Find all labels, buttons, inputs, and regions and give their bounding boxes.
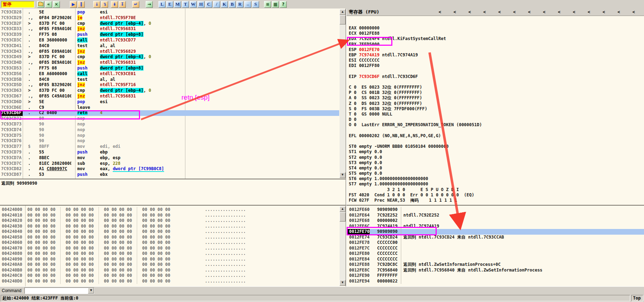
pane-collapse-chevron-icon[interactable]: < (498, 9, 501, 15)
dump-row[interactable]: 004240D000 00 00 0000 00 00 0000 00 00 0… (0, 279, 339, 284)
disasm-row[interactable]: 7C93CD79.55pushebp (0, 150, 339, 155)
disasm-row[interactable]: 7C93CD5B.84C0testal, al (0, 77, 339, 83)
dump-row[interactable]: 0042409000 00 00 0000 00 00 0000 00 00 0… (0, 257, 339, 262)
register-line[interactable]: EDX 7C92E4F4 ntdll.KiFastSystemCallRet (349, 36, 643, 41)
dump-scrollbar[interactable]: ▲ ▼ (340, 206, 346, 286)
callstack-window-button[interactable]: K (221, 1, 228, 8)
register-line[interactable]: ST6 empty 1.0000000000000000000 (349, 176, 643, 181)
appearance-button[interactable]: ▦ (272, 1, 279, 8)
cpu-window-button[interactable]: C (205, 1, 212, 8)
patches-window-button[interactable]: / (213, 1, 220, 8)
register-line[interactable]: FST 4020 Cond 1 0 0 0 Err 0 0 1 0 0 0 0 … (349, 192, 643, 198)
stack-row[interactable]: 0012FE8C7C956840返回到 ntdll.7C956840 来自 nt… (347, 268, 644, 273)
register-line[interactable]: D 0 (349, 117, 643, 122)
pane-collapse-chevron-icon[interactable]: < (617, 9, 620, 15)
register-line[interactable]: P 0 CS 001B 32位 0(FFFFFFFF) (349, 90, 643, 95)
stack-row[interactable]: 0012FE80CCCCCCCC (347, 251, 644, 257)
dump-row[interactable]: 004240C000 00 00 0000 00 00 0000 00 00 0… (0, 273, 339, 279)
disasm-row[interactable]: 7C93CD63>837D FC 00cmpdword ptr [ebp-4],… (0, 88, 339, 94)
dump-row[interactable]: 0042403000 00 00 0000 00 00 0000 00 00 0… (0, 224, 339, 229)
stack-row[interactable]: 0012FE6C7C974A19ntdll.7C974A19 (347, 224, 644, 229)
register-line[interactable]: A 0 SS 0023 32位 0(FFFFFFFF) (349, 95, 643, 101)
disasm-row[interactable]: 7C93CD5D.,0F85 B3290200jnzntdll.7C95F716 (0, 82, 339, 88)
register-line[interactable]: Z 0 DS 0023 32位 0(FFFFFFFF) (349, 101, 643, 106)
scroll-thumb[interactable] (340, 15, 346, 24)
register-line[interactable]: ST2 empty 0.0 (349, 155, 643, 160)
scroll-up-icon[interactable]: ▲ (340, 9, 346, 15)
register-line[interactable]: T 0 GS 0000 NULL (349, 112, 643, 117)
register-line[interactable]: ESI CCCCCCCC (349, 58, 643, 63)
stack-row[interactable]: 0012FE9400000022 (347, 279, 644, 284)
disasm-row[interactable]: 7C93CD67.,0F85 C49A0100jnzntdll.7C956831 (0, 94, 339, 99)
stack-row[interactable]: 0012FE7090909090 (347, 229, 644, 235)
pane-collapse-chevron-icon[interactable]: < (603, 9, 605, 15)
disasm-row[interactable]: 7C93CD7290nop (0, 116, 339, 122)
disassembly-scrollbar[interactable]: ▲ ▼ (340, 9, 346, 178)
command-combobox[interactable]: ▼ (24, 287, 94, 294)
stack-row[interactable]: 0012FE6800000002 (347, 218, 644, 224)
register-line[interactable]: EDI 0012FF80 (349, 63, 643, 68)
disasm-row[interactable]: 7C93CD7C.81EC 28020000subesp, 228 (0, 161, 339, 167)
register-line[interactable] (349, 79, 643, 85)
pause-button[interactable]: ‖ (78, 1, 85, 8)
disasm-row[interactable]: 7C93CD33.,0F85 F89A0100jnzntdll.7C956831 (0, 26, 339, 32)
pane-collapse-chevron-icon[interactable]: < (483, 9, 486, 15)
register-line[interactable]: EBP 7C974A19 ntdll.7C974A19 (349, 52, 643, 58)
stack-row[interactable]: 0012FE90FFFFFFFF (347, 273, 644, 279)
scroll-down-icon[interactable]: ▼ (340, 280, 346, 286)
scroll-down-icon[interactable]: ▼ (340, 172, 346, 178)
register-line[interactable] (349, 69, 643, 74)
register-line[interactable]: O 0 LastErr ERROR_NO_IMPERSONATION_TOKEN… (349, 122, 643, 128)
handles-window-button[interactable]: H (197, 1, 205, 8)
register-line[interactable]: ESP 0012FE70 (349, 47, 643, 52)
stack-row[interactable]: 0012FE6090909090 (347, 207, 644, 213)
disasm-row[interactable]: 7C93CD43.,0F85 E09A0100jnzntdll.7C956829 (0, 49, 339, 55)
register-line[interactable]: EIP 7C93CD6F ntdll.7C93CD6F (349, 74, 643, 79)
disasm-row[interactable]: 7C93CD56.E8 A6000000callntdll.7C93CE01 (0, 71, 339, 77)
register-line[interactable]: EAX 00000000 (349, 26, 643, 31)
threads-window-button[interactable]: T (182, 1, 189, 8)
dump-row[interactable]: 0042407000 00 00 0000 00 00 0000 00 00 0… (0, 246, 339, 251)
windows-list-button[interactable]: ≡ (264, 1, 271, 8)
register-line[interactable]: ECX 0012FE88 (349, 31, 643, 36)
dump-row[interactable]: 0042401000 00 00 0000 00 00 0000 00 00 0… (0, 213, 339, 218)
step-over-button[interactable]: ↴ (101, 1, 108, 8)
disasm-row[interactable]: 7C93CD4D.,0F85 DE9A0100jnzntdll.7C956831 (0, 60, 339, 66)
dump-row[interactable]: 0042404000 00 00 0000 00 00 0000 00 00 0… (0, 229, 339, 235)
dropdown-arrow-icon[interactable]: ▼ (88, 288, 94, 293)
disasm-row[interactable]: 7C93CD87.53pushebx (0, 172, 339, 178)
disasm-row[interactable]: 7C93CD7490nop (0, 127, 339, 133)
pane-collapse-chevron-icon[interactable]: < (528, 9, 531, 15)
dump-row[interactable]: 004240A000 00 00 0000 00 00 0000 00 00 0… (0, 262, 339, 268)
trace-into-button[interactable]: ↡ (111, 1, 118, 8)
till-return-button[interactable]: ↵ (132, 1, 139, 8)
register-line[interactable]: ST5 empty 0.0 (349, 171, 643, 176)
register-line[interactable] (349, 128, 643, 133)
register-line[interactable]: ST7 empty 1.0000000000000000000 (349, 181, 643, 187)
runtrace-window-button[interactable]: ... (244, 1, 251, 8)
pane-collapse-chevron-icon[interactable]: < (469, 9, 471, 15)
pane-collapse-chevron-icon[interactable]: < (632, 9, 635, 15)
disasm-row[interactable]: 7C93CD6D>5Epopesi (0, 99, 339, 105)
header-chevrons[interactable]: <<<<<<<<<<<<<< (432, 9, 644, 15)
restart-button[interactable]: « (45, 1, 52, 8)
disasm-row[interactable]: 7C93CD7390nop (0, 122, 339, 127)
dump-row[interactable]: 0042406000 00 00 0000 00 00 0000 00 00 0… (0, 240, 339, 246)
register-line[interactable]: EBX 7FFD5000 (349, 42, 643, 47)
disasm-row[interactable]: 7C93CD29.,0F84 DF290200jentdll.7C95F70E (0, 15, 339, 21)
register-line[interactable]: ST0 empty -UNORM BBB0 01050104 00000000 (349, 144, 643, 149)
disasm-row[interactable]: 7C93CD7690nop (0, 138, 339, 144)
stack-row[interactable]: 0012FE84CCCCCCCC (347, 257, 644, 262)
step-into-button[interactable]: ↓ (93, 1, 100, 8)
pane-collapse-chevron-icon[interactable]: < (558, 9, 560, 15)
disasm-row[interactable]: 7C93CD6E.C9leave (0, 105, 339, 111)
disasm-row[interactable]: 7C93CD41.84C0testal, al (0, 43, 339, 49)
scroll-up-icon[interactable]: ▲ (340, 206, 346, 212)
dump-row[interactable]: 0042400000 00 00 0000 00 00 0000 00 00 0… (0, 207, 339, 213)
trace-over-button[interactable]: ↧ (119, 1, 126, 8)
disasm-row[interactable]: 7C93CD28.5Epopesi (0, 10, 339, 15)
register-line[interactable]: 3 2 1 0 E S P U O Z D I (349, 187, 643, 192)
disasm-row[interactable]: 7C93CD77$8BFFmovedi, edi (0, 144, 339, 150)
disasm-row[interactable]: 7C93CD6F.C2 0400retn4 (0, 110, 339, 116)
pane-collapse-chevron-icon[interactable]: < (543, 9, 545, 15)
